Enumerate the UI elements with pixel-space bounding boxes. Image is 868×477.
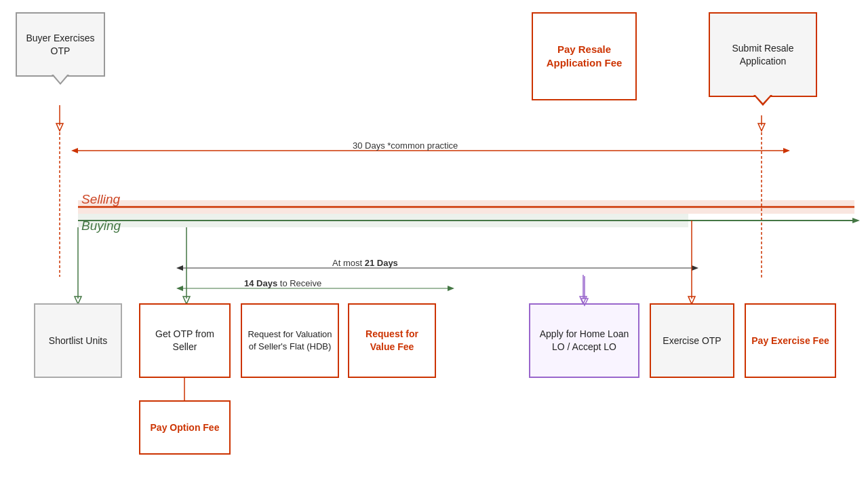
- svg-marker-16: [758, 123, 765, 131]
- svg-rect-1: [78, 200, 854, 214]
- pay-option-fee-box: Pay Option Fee: [139, 400, 231, 455]
- buying-label: Buying: [81, 218, 121, 233]
- exercise-otp-box: Exercise OTP: [650, 303, 734, 378]
- submit-resale-app-label: Submit Resale Application: [717, 42, 809, 68]
- pay-exercise-fee-box: Pay Exercise Fee: [745, 303, 836, 378]
- svg-marker-12: [448, 286, 454, 291]
- buyer-exercises-otp-label: Buyer Exercises OTP: [22, 32, 98, 58]
- svg-marker-5: [71, 148, 78, 153]
- svg-marker-6: [783, 148, 790, 153]
- fourteen-days-label: 14 Days to Receive: [244, 278, 321, 288]
- buyer-exercises-otp-box: Buyer Exercises OTP: [16, 12, 105, 94]
- svg-marker-11: [176, 286, 183, 291]
- selling-label: Selling: [81, 192, 120, 207]
- svg-marker-9: [692, 265, 698, 271]
- svg-marker-14: [56, 123, 63, 131]
- svg-rect-3: [78, 214, 688, 227]
- svg-marker-8: [176, 265, 183, 271]
- request-valuation-box: Request for Valuation of Seller's Flat (…: [241, 303, 339, 378]
- twenty-one-days-label: At most 21 Days: [332, 258, 398, 268]
- submit-resale-app-box: Submit Resale Application: [709, 12, 817, 111]
- shortlist-units-box: Shortlist Units: [34, 303, 122, 378]
- svg-marker-28: [852, 218, 860, 223]
- pay-resale-app-fee-box: Pay Resale Application Fee: [532, 12, 637, 100]
- diagram: Buyer Exercises OTP Pay Resale Applicati…: [0, 0, 868, 477]
- pay-resale-app-fee-label: Pay Resale Application Fee: [540, 43, 629, 71]
- apply-home-loan-box: Apply for Home Loan LO / Accept LO: [529, 303, 639, 378]
- get-otp-box: Get OTP from Seller: [139, 303, 231, 378]
- request-value-fee-box: Request for Value Fee: [348, 303, 436, 378]
- thirty-days-label: 30 Days *common practice: [353, 140, 458, 151]
